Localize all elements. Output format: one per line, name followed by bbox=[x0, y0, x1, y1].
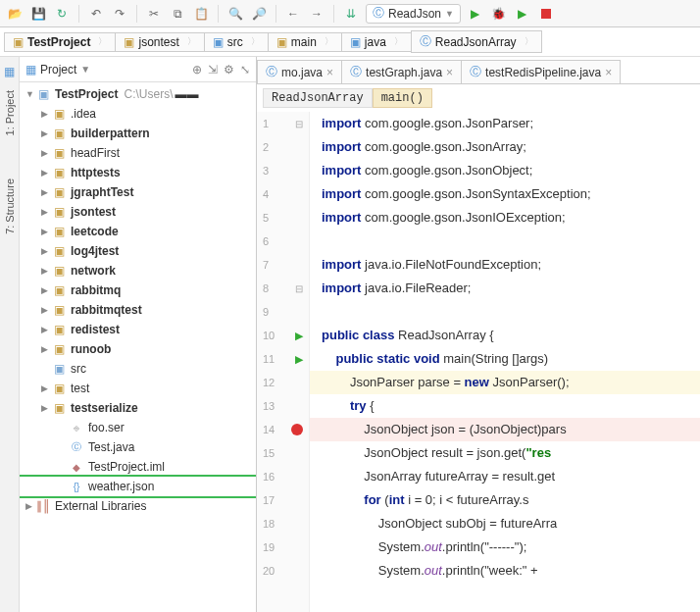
chevron-right-icon[interactable]: ▶ bbox=[41, 383, 51, 393]
tree-folder-jgraphtTest[interactable]: ▶▣jgraphtTest bbox=[20, 182, 256, 202]
project-view-icon[interactable]: ▦ bbox=[25, 63, 36, 76]
tree-folder-network[interactable]: ▶▣network bbox=[20, 261, 256, 280]
tree-folder-src[interactable]: ▣src bbox=[20, 359, 256, 379]
code-line[interactable]: for (int i = 0; i < futureArray.s bbox=[310, 488, 700, 512]
tree-folder-jsontest[interactable]: ▶▣jsontest bbox=[20, 202, 256, 222]
undo-icon[interactable]: ↶ bbox=[87, 5, 105, 23]
tree-folder-testserialize[interactable]: ▶▣testserialize bbox=[20, 398, 256, 418]
code-line[interactable]: JsonParser parse = new JsonParser(); bbox=[310, 371, 700, 394]
chevron-right-icon[interactable]: ▶ bbox=[41, 246, 51, 256]
chevron-right-icon[interactable]: ▶ bbox=[41, 109, 51, 119]
gutter-line[interactable]: 10▶ bbox=[257, 324, 309, 347]
gutter-line[interactable]: 17 bbox=[257, 488, 309, 512]
code-line[interactable] bbox=[310, 230, 700, 253]
tree-folder-headFirst[interactable]: ▶▣headFirst bbox=[20, 143, 256, 163]
tree-folder-builderpattern[interactable]: ▶▣builderpattern bbox=[20, 124, 256, 143]
gutter-line[interactable]: 6 bbox=[257, 230, 309, 253]
tree-folder-runoob[interactable]: ▶▣runoob bbox=[20, 339, 256, 359]
chevron-down-icon[interactable]: ▼ bbox=[80, 64, 90, 75]
chevron-right-icon[interactable]: ▶ bbox=[41, 344, 51, 354]
code-lines[interactable]: import com.google.gson.JsonParser;import… bbox=[310, 112, 700, 612]
code-line[interactable]: import com.google.gson.JsonIOException; bbox=[310, 206, 700, 230]
chevron-right-icon[interactable]: ▶ bbox=[41, 403, 51, 413]
chevron-right-icon[interactable]: ▶ bbox=[41, 325, 51, 334]
code-line[interactable]: public class ReadJsonArray { bbox=[310, 324, 700, 347]
sidetab-structure[interactable]: 7: Structure bbox=[4, 175, 16, 238]
gutter-line[interactable]: 20 bbox=[257, 559, 309, 583]
code-line[interactable]: JsonObject json = (JsonObject)pars bbox=[310, 418, 700, 441]
code-line[interactable]: JsonObject subObj = futureArra bbox=[310, 512, 700, 536]
breakpoint-icon[interactable] bbox=[291, 424, 303, 435]
gutter-line[interactable]: 15 bbox=[257, 441, 309, 465]
breadcrumb-item[interactable]: ▣TestProject〉 bbox=[4, 32, 116, 52]
gutter-line[interactable]: 16 bbox=[257, 465, 309, 488]
editor-crumb-item[interactable]: ReadJsonArray bbox=[263, 88, 373, 108]
tree-folder-log4jtest[interactable]: ▶▣log4jtest bbox=[20, 241, 256, 261]
editor-tab[interactable]: Ⓒmo.java× bbox=[257, 60, 342, 83]
hide-icon[interactable]: ⤡ bbox=[240, 63, 250, 76]
open-icon[interactable]: 📂 bbox=[6, 5, 24, 23]
tree-file-foo.ser[interactable]: ⎆foo.ser bbox=[20, 418, 256, 437]
run-icon[interactable]: ▶ bbox=[467, 5, 484, 23]
sync-icon[interactable]: ↻ bbox=[53, 5, 71, 23]
chevron-right-icon[interactable]: ▶ bbox=[41, 266, 51, 276]
code-line[interactable]: import java.io.FileReader; bbox=[310, 277, 700, 300]
code-line[interactable]: import com.google.gson.JsonObject; bbox=[310, 159, 700, 182]
chevron-right-icon[interactable]: ▶ bbox=[41, 148, 51, 158]
gutter-line[interactable]: 14 bbox=[257, 418, 309, 441]
run-gutter-icon[interactable]: ▶ bbox=[295, 330, 303, 342]
gutter-line[interactable]: 12 bbox=[257, 371, 309, 394]
debug-icon[interactable]: 🐞 bbox=[490, 5, 508, 23]
search-icon[interactable]: 🔍 bbox=[226, 5, 244, 23]
chevron-right-icon[interactable]: ▶ bbox=[25, 501, 35, 511]
close-icon[interactable]: × bbox=[446, 66, 453, 79]
code-line[interactable]: import java.io.FileNotFoundException; bbox=[310, 253, 700, 277]
tree-folder-.idea[interactable]: ▶▣.idea bbox=[20, 104, 256, 124]
cut-icon[interactable]: ✂ bbox=[145, 5, 163, 23]
chevron-right-icon[interactable]: ▶ bbox=[41, 305, 51, 315]
code-line[interactable] bbox=[310, 300, 700, 324]
code-line[interactable]: JsonArray futureArray = result.get bbox=[310, 465, 700, 488]
close-icon[interactable]: × bbox=[326, 66, 333, 79]
gutter-line[interactable]: 11▶ bbox=[257, 347, 309, 371]
sidetab-square-icon[interactable]: ▦ bbox=[4, 65, 15, 78]
build-icon[interactable]: ⇊ bbox=[342, 5, 360, 23]
editor-tab[interactable]: ⒸtestGraph.java× bbox=[341, 60, 462, 83]
save-icon[interactable]: 💾 bbox=[29, 5, 47, 23]
copy-icon[interactable]: ⧉ bbox=[169, 5, 186, 23]
paste-icon[interactable]: 📋 bbox=[192, 5, 210, 23]
gutter-line[interactable]: 13 bbox=[257, 394, 309, 418]
replace-icon[interactable]: 🔎 bbox=[250, 5, 268, 23]
chevron-right-icon[interactable]: ▶ bbox=[41, 128, 51, 138]
gutter-line[interactable]: 1⊟ bbox=[257, 112, 309, 135]
chevron-right-icon[interactable]: ▶ bbox=[41, 227, 51, 236]
tree-file-weather.json[interactable]: {}weather.json bbox=[20, 477, 256, 496]
editor-crumb-item[interactable]: main() bbox=[373, 88, 432, 108]
code-line[interactable]: System.out.println("week:" + bbox=[310, 559, 700, 583]
chevron-right-icon[interactable]: ▶ bbox=[41, 187, 51, 197]
gutter-line[interactable]: 8⊟ bbox=[257, 277, 309, 300]
gutter-line[interactable]: 3 bbox=[257, 159, 309, 182]
tree-folder-rabbitmq[interactable]: ▶▣rabbitmq bbox=[20, 280, 256, 300]
code-editor[interactable]: 1⊟2345678⊟910▶11▶121314151617181920 impo… bbox=[257, 112, 700, 612]
breadcrumb-item[interactable]: ▣jsontest〉 bbox=[115, 32, 204, 52]
tree-folder-test[interactable]: ▶▣test bbox=[20, 379, 256, 398]
coverage-icon[interactable]: ▶ bbox=[514, 5, 531, 23]
code-line[interactable]: import com.google.gson.JsonArray; bbox=[310, 135, 700, 159]
breadcrumb-item[interactable]: ▣java〉 bbox=[341, 32, 412, 52]
collapse-icon[interactable]: ⇲ bbox=[208, 63, 218, 76]
tree-external-libs[interactable]: ▶ ∥║ External Libraries bbox=[20, 496, 256, 516]
chevron-right-icon[interactable]: ▶ bbox=[41, 207, 51, 217]
gutter-line[interactable]: 9 bbox=[257, 300, 309, 324]
code-line[interactable]: import com.google.gson.JsonParser; bbox=[310, 112, 700, 135]
run-gutter-icon[interactable]: ▶ bbox=[295, 353, 303, 366]
gutter-line[interactable]: 19 bbox=[257, 536, 309, 559]
gutter-line[interactable]: 2 bbox=[257, 135, 309, 159]
fold-icon[interactable]: ⊟ bbox=[295, 283, 303, 294]
gutter-line[interactable]: 18 bbox=[257, 512, 309, 536]
tree-file-Test.java[interactable]: ⒸTest.java bbox=[20, 437, 256, 457]
gutter-line[interactable]: 5 bbox=[257, 206, 309, 230]
code-line[interactable]: try { bbox=[310, 394, 700, 418]
tree-folder-httptests[interactable]: ▶▣httptests bbox=[20, 163, 256, 182]
gutter-line[interactable]: 4 bbox=[257, 182, 309, 206]
